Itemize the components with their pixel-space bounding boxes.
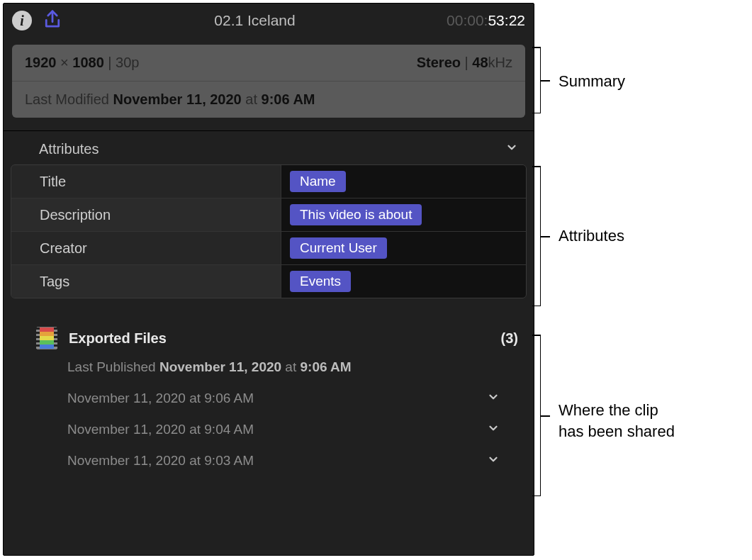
callout-shared: Where the clip has been shared	[559, 400, 675, 442]
exported-file-timestamp: November 11, 2020 at 9:06 AM	[67, 391, 254, 406]
chevron-down-icon	[487, 453, 500, 469]
exported-file-item[interactable]: November 11, 2020 at 9:06 AM	[67, 391, 518, 406]
attributes-header[interactable]: Attributes	[4, 131, 534, 164]
summary-row-modified: Last Modified November 11, 2020 at 9:06 …	[12, 81, 525, 118]
attr-label: Creator	[11, 240, 281, 257]
attr-row-title: Title Name	[11, 165, 526, 198]
callout-brace	[540, 335, 541, 496]
info-icon[interactable]: i	[12, 11, 32, 30]
token-pill: Events	[290, 271, 351, 292]
callout-brace	[540, 166, 541, 306]
attr-label: Tags	[11, 274, 281, 290]
token-pill: Current User	[290, 237, 387, 259]
summary-row-format: 1920 × 1080 | 30p Stereo | 48kHz	[12, 45, 525, 81]
attr-row-tags: Tags Events	[11, 264, 526, 298]
attr-label: Description	[11, 207, 281, 223]
attr-row-creator: Creator Current User	[11, 231, 526, 264]
attr-row-description: Description This video is about	[11, 198, 526, 231]
timecode: 00:00:53:22	[447, 12, 525, 29]
chevron-down-icon	[505, 141, 518, 157]
inspector-header: i 02.1 Iceland 00:00:53:22	[4, 4, 534, 38]
filmstrip-icon	[36, 327, 57, 349]
audio-format: Stereo | 48kHz	[417, 55, 512, 71]
attr-value-creator[interactable]: Current User	[281, 232, 526, 264]
last-published: Last Published November 11, 2020 at 9:06…	[67, 359, 518, 375]
exported-files-count: (3)	[501, 330, 518, 347]
attributes-label: Attributes	[39, 141, 99, 157]
attr-value-tags[interactable]: Events	[281, 265, 526, 298]
token-pill: Name	[290, 171, 346, 192]
attr-value-title[interactable]: Name	[281, 165, 526, 198]
token-pill: This video is about	[290, 204, 422, 225]
exported-file-timestamp: November 11, 2020 at 9:03 AM	[67, 453, 254, 469]
video-format: 1920 × 1080 | 30p	[25, 55, 139, 71]
last-modified: Last Modified November 11, 2020 at 9:06 …	[25, 91, 315, 108]
exported-file-timestamp: November 11, 2020 at 9:04 AM	[67, 422, 254, 437]
callout-brace	[540, 47, 541, 113]
attr-value-description[interactable]: This video is about	[281, 198, 526, 231]
share-inspector-panel: i 02.1 Iceland 00:00:53:22 1920 × 1080 |…	[3, 3, 534, 556]
exported-files-header[interactable]: Exported Files (3)	[36, 327, 518, 349]
summary-block: 1920 × 1080 | 30p Stereo | 48kHz Last Mo…	[12, 45, 525, 118]
chevron-down-icon	[487, 391, 500, 406]
chevron-down-icon	[487, 422, 500, 437]
project-title: 02.1 Iceland	[63, 12, 447, 29]
attributes-block: Title Name Description This video is abo…	[11, 164, 527, 298]
exported-files-title: Exported Files	[69, 330, 490, 347]
exported-file-item[interactable]: November 11, 2020 at 9:03 AM	[67, 453, 518, 469]
callout-summary: Summary	[559, 71, 625, 92]
attr-label: Title	[11, 174, 281, 190]
callout-attributes: Attributes	[559, 225, 624, 247]
exported-files-section: Exported Files (3) Last Published Novemb…	[4, 327, 534, 469]
exported-file-item[interactable]: November 11, 2020 at 9:04 AM	[67, 422, 518, 437]
share-icon[interactable]	[42, 9, 63, 33]
